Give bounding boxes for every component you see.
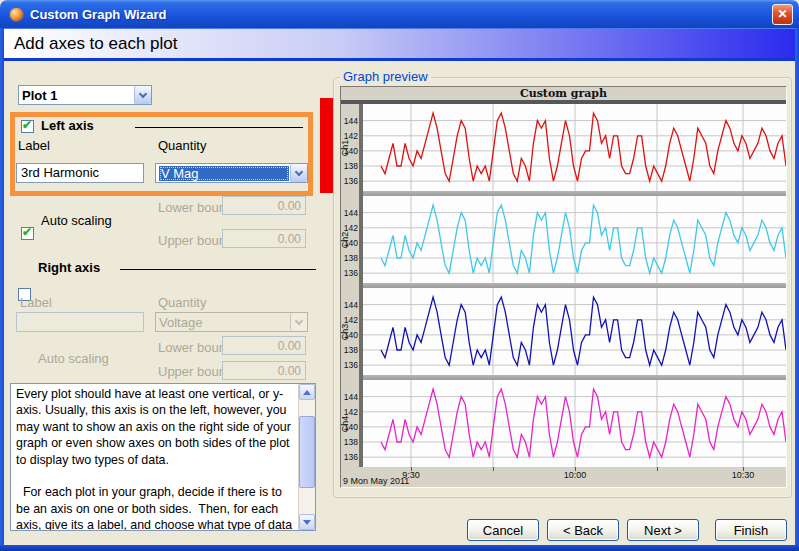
waveform-ch4 bbox=[363, 380, 786, 467]
y-tick-label: 136 bbox=[341, 176, 358, 186]
right-label-caption: Label bbox=[20, 295, 52, 310]
back-button[interactable]: < Back bbox=[547, 519, 619, 541]
y-tick-label: 140 bbox=[341, 146, 358, 156]
y-axis-ch1: Ch1144142140138136 bbox=[341, 104, 359, 191]
x-tick-label: 9:30 bbox=[386, 470, 436, 480]
waveform-ch1 bbox=[363, 104, 786, 191]
y-tick-label: 136 bbox=[341, 360, 358, 370]
left-axis-label: Left axis bbox=[41, 118, 94, 133]
y-tick-label: 138 bbox=[341, 345, 358, 355]
left-axis-checkbox[interactable] bbox=[21, 120, 34, 133]
window-titlebar[interactable]: Custom Graph Wizard ✕ bbox=[0, 0, 799, 28]
left-quantity-value: V Mag bbox=[159, 166, 289, 181]
y-tick-label: 142 bbox=[341, 407, 358, 417]
right-label-input bbox=[16, 312, 144, 332]
chart-preview: Custom graph Ch1144142140138136Ch2144142… bbox=[340, 86, 787, 488]
plot-area-ch4 bbox=[363, 380, 786, 471]
x-axis: 9 Mon May 2011 9:3010:0010:30 bbox=[341, 467, 786, 487]
plot-area-ch1 bbox=[363, 104, 786, 195]
y-tick-label: 144 bbox=[341, 208, 358, 218]
plot-row-ch2: Ch2144142140138136 bbox=[341, 196, 786, 283]
help-text: Every plot should have at least one vert… bbox=[11, 384, 298, 530]
chart-left-edge bbox=[359, 104, 363, 467]
y-tick-label: 142 bbox=[341, 131, 358, 141]
y-tick-label: 140 bbox=[341, 422, 358, 432]
x-tick-mark bbox=[657, 467, 658, 471]
waveform-ch2 bbox=[363, 196, 786, 283]
arrow-down-icon bbox=[303, 520, 311, 525]
left-lower-bound-field: 0.00 bbox=[222, 196, 306, 215]
y-tick-label: 144 bbox=[341, 392, 358, 402]
scroll-up-button[interactable] bbox=[299, 384, 315, 400]
plot-row-ch1: Ch1144142140138136 bbox=[341, 104, 786, 191]
y-tick-label: 140 bbox=[341, 238, 358, 248]
waveform-ch3 bbox=[363, 288, 786, 375]
right-quantity-select: Voltage bbox=[155, 312, 308, 332]
right-quantity-value: Voltage bbox=[156, 313, 290, 331]
dialog-body: Plot 1 Left axis Label Quantity 3rd Harm… bbox=[4, 61, 795, 545]
right-upper-bound-field: 0.00 bbox=[222, 361, 306, 380]
left-axis-divider bbox=[135, 127, 303, 128]
left-upper-bound-field: 0.00 bbox=[222, 229, 306, 248]
y-tick-label: 142 bbox=[341, 315, 358, 325]
left-auto-scaling-checkbox[interactable] bbox=[21, 227, 34, 240]
custom-graph-wizard-window: Custom Graph Wizard ✕ Add axes to each p… bbox=[0, 0, 799, 551]
y-tick-label: 136 bbox=[341, 452, 358, 462]
step-title: Add axes to each plot bbox=[14, 34, 178, 54]
right-quantity-caption: Quantity bbox=[158, 295, 206, 310]
y-tick-label: 136 bbox=[341, 268, 358, 278]
y-tick-label: 138 bbox=[341, 437, 358, 447]
plot-selector-value: Plot 1 bbox=[19, 86, 134, 104]
scrollbar-thumb[interactable] bbox=[299, 416, 315, 488]
highlight-bar bbox=[320, 98, 334, 193]
app-icon bbox=[9, 7, 24, 22]
x-tick-label: 10:30 bbox=[718, 470, 768, 480]
x-tick-mark bbox=[493, 467, 494, 471]
left-label-input[interactable]: 3rd Harmonic bbox=[16, 163, 144, 183]
finish-button[interactable]: Finish bbox=[715, 519, 787, 541]
left-auto-scaling-label: Auto scaling bbox=[41, 213, 112, 228]
right-lower-bound-field: 0.00 bbox=[222, 336, 306, 355]
y-tick-label: 144 bbox=[341, 300, 358, 310]
window-title: Custom Graph Wizard bbox=[30, 7, 772, 22]
left-quantity-select[interactable]: V Mag bbox=[155, 163, 308, 183]
wizard-step-header: Add axes to each plot bbox=[4, 28, 795, 61]
help-scrollbar bbox=[298, 384, 315, 530]
close-icon: ✕ bbox=[777, 8, 787, 20]
plot-row-ch4: Ch4144142140138136 bbox=[341, 380, 786, 467]
plot-area-ch2 bbox=[363, 196, 786, 287]
window-border-right bbox=[795, 28, 799, 545]
y-tick-label: 142 bbox=[341, 223, 358, 233]
left-quantity-caption: Quantity bbox=[158, 138, 206, 153]
scroll-down-button[interactable] bbox=[299, 514, 315, 530]
y-axis-ch4: Ch4144142140138136 bbox=[341, 380, 359, 467]
chart-title: Custom graph bbox=[341, 87, 786, 100]
plot-selector[interactable]: Plot 1 bbox=[18, 85, 152, 105]
help-panel: Every plot should have at least one vert… bbox=[10, 383, 316, 531]
cancel-button[interactable]: Cancel bbox=[467, 519, 539, 541]
x-tick-label: 10:00 bbox=[550, 470, 600, 480]
plot-area-ch3 bbox=[363, 288, 786, 379]
next-button[interactable]: Next > bbox=[627, 519, 699, 541]
y-axis-ch2: Ch2144142140138136 bbox=[341, 196, 359, 283]
arrow-up-icon bbox=[303, 390, 311, 395]
right-axis-divider bbox=[120, 269, 316, 270]
y-tick-label: 140 bbox=[341, 330, 358, 340]
right-auto-scaling-label: Auto scaling bbox=[38, 351, 109, 366]
left-label-caption: Label bbox=[18, 138, 50, 153]
y-axis-ch3: Ch3144142140138136 bbox=[341, 288, 359, 375]
graph-preview-legend: Graph preview bbox=[340, 69, 431, 84]
chevron-down-icon[interactable] bbox=[290, 164, 307, 182]
right-axis-label: Right axis bbox=[38, 260, 100, 275]
window-border-bottom bbox=[0, 545, 799, 551]
y-tick-label: 138 bbox=[341, 253, 358, 263]
plot-row-ch3: Ch3144142140138136 bbox=[341, 288, 786, 375]
chevron-down-icon[interactable] bbox=[134, 86, 151, 104]
close-button[interactable]: ✕ bbox=[772, 4, 793, 25]
chevron-down-icon bbox=[290, 313, 307, 331]
plot-stack: Ch1144142140138136Ch2144142140138136Ch31… bbox=[341, 104, 786, 467]
y-tick-label: 138 bbox=[341, 161, 358, 171]
y-tick-label: 144 bbox=[341, 116, 358, 126]
